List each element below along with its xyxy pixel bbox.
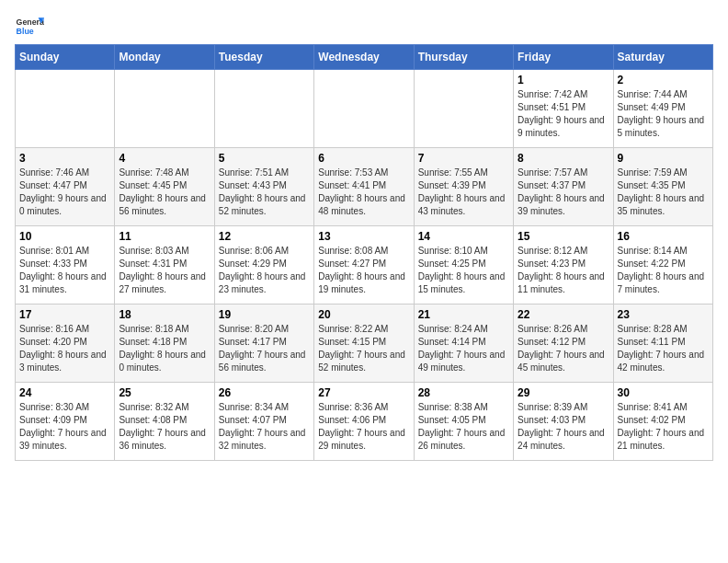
day-number: 27 bbox=[318, 386, 409, 399]
day-number: 28 bbox=[418, 386, 509, 399]
calendar-cell: 22Sunrise: 8:26 AM Sunset: 4:12 PM Dayli… bbox=[514, 304, 613, 383]
svg-text:Blue: Blue bbox=[17, 27, 34, 36]
calendar-week-4: 17Sunrise: 8:16 AM Sunset: 4:20 PM Dayli… bbox=[16, 304, 713, 383]
day-number: 17 bbox=[19, 308, 110, 321]
calendar-cell: 29Sunrise: 8:39 AM Sunset: 4:03 PM Dayli… bbox=[514, 383, 613, 461]
weekday-header-monday: Monday bbox=[115, 45, 214, 70]
day-info: Sunrise: 8:01 AM Sunset: 4:33 PM Dayligh… bbox=[19, 245, 110, 296]
calendar-cell bbox=[214, 70, 313, 148]
day-info: Sunrise: 8:12 AM Sunset: 4:23 PM Dayligh… bbox=[518, 245, 609, 296]
day-info: Sunrise: 7:51 AM Sunset: 4:43 PM Dayligh… bbox=[219, 167, 310, 218]
day-number: 14 bbox=[418, 230, 509, 243]
day-info: Sunrise: 8:30 AM Sunset: 4:09 PM Dayligh… bbox=[19, 401, 110, 453]
weekday-header-sunday: Sunday bbox=[16, 45, 115, 70]
day-info: Sunrise: 8:36 AM Sunset: 4:06 PM Dayligh… bbox=[318, 401, 409, 453]
day-info: Sunrise: 8:06 AM Sunset: 4:29 PM Dayligh… bbox=[219, 245, 310, 296]
day-info: Sunrise: 8:20 AM Sunset: 4:17 PM Dayligh… bbox=[219, 323, 310, 374]
calendar-cell: 28Sunrise: 8:38 AM Sunset: 4:05 PM Dayli… bbox=[414, 383, 513, 461]
calendar-cell: 13Sunrise: 8:08 AM Sunset: 4:27 PM Dayli… bbox=[314, 226, 414, 304]
calendar-cell: 12Sunrise: 8:06 AM Sunset: 4:29 PM Dayli… bbox=[214, 226, 313, 304]
weekday-header-wednesday: Wednesday bbox=[314, 45, 414, 70]
logo: General Blue bbox=[15, 15, 48, 37]
day-number: 25 bbox=[119, 386, 210, 399]
day-number: 11 bbox=[119, 230, 210, 243]
day-info: Sunrise: 8:16 AM Sunset: 4:20 PM Dayligh… bbox=[19, 323, 110, 374]
calendar-cell: 25Sunrise: 8:32 AM Sunset: 4:08 PM Dayli… bbox=[115, 383, 214, 461]
day-number: 7 bbox=[418, 152, 509, 165]
calendar-cell: 10Sunrise: 8:01 AM Sunset: 4:33 PM Dayli… bbox=[16, 226, 115, 304]
day-info: Sunrise: 7:59 AM Sunset: 4:35 PM Dayligh… bbox=[618, 167, 709, 218]
weekday-header-tuesday: Tuesday bbox=[214, 45, 313, 70]
day-info: Sunrise: 8:28 AM Sunset: 4:11 PM Dayligh… bbox=[618, 323, 709, 374]
calendar-cell bbox=[314, 70, 414, 148]
day-info: Sunrise: 7:42 AM Sunset: 4:51 PM Dayligh… bbox=[518, 88, 609, 140]
day-number: 13 bbox=[318, 230, 409, 243]
day-info: Sunrise: 8:08 AM Sunset: 4:27 PM Dayligh… bbox=[318, 245, 409, 296]
calendar-cell: 26Sunrise: 8:34 AM Sunset: 4:07 PM Dayli… bbox=[214, 383, 313, 461]
day-info: Sunrise: 8:39 AM Sunset: 4:03 PM Dayligh… bbox=[518, 401, 609, 453]
day-number: 19 bbox=[219, 308, 310, 321]
day-number: 18 bbox=[119, 308, 210, 321]
day-info: Sunrise: 8:24 AM Sunset: 4:14 PM Dayligh… bbox=[418, 323, 509, 374]
calendar-cell: 19Sunrise: 8:20 AM Sunset: 4:17 PM Dayli… bbox=[214, 304, 313, 383]
day-number: 1 bbox=[518, 74, 609, 86]
calendar-cell: 16Sunrise: 8:14 AM Sunset: 4:22 PM Dayli… bbox=[613, 226, 712, 304]
calendar-cell: 15Sunrise: 8:12 AM Sunset: 4:23 PM Dayli… bbox=[514, 226, 613, 304]
day-info: Sunrise: 8:18 AM Sunset: 4:18 PM Dayligh… bbox=[119, 323, 210, 374]
calendar-week-3: 10Sunrise: 8:01 AM Sunset: 4:33 PM Dayli… bbox=[16, 226, 713, 304]
day-info: Sunrise: 7:53 AM Sunset: 4:41 PM Dayligh… bbox=[318, 167, 409, 218]
day-info: Sunrise: 7:44 AM Sunset: 4:49 PM Dayligh… bbox=[618, 88, 709, 140]
calendar-cell: 27Sunrise: 8:36 AM Sunset: 4:06 PM Dayli… bbox=[314, 383, 414, 461]
day-number: 21 bbox=[418, 308, 509, 321]
calendar-cell bbox=[115, 70, 214, 148]
calendar-cell bbox=[414, 70, 513, 148]
calendar-cell: 2Sunrise: 7:44 AM Sunset: 4:49 PM Daylig… bbox=[613, 70, 712, 148]
calendar-cell: 30Sunrise: 8:41 AM Sunset: 4:02 PM Dayli… bbox=[613, 383, 712, 461]
calendar-cell: 14Sunrise: 8:10 AM Sunset: 4:25 PM Dayli… bbox=[414, 226, 513, 304]
calendar-cell: 5Sunrise: 7:51 AM Sunset: 4:43 PM Daylig… bbox=[214, 148, 313, 226]
calendar-week-2: 3Sunrise: 7:46 AM Sunset: 4:47 PM Daylig… bbox=[16, 148, 713, 226]
day-number: 6 bbox=[318, 152, 409, 165]
day-number: 10 bbox=[19, 230, 110, 243]
day-info: Sunrise: 7:55 AM Sunset: 4:39 PM Dayligh… bbox=[418, 167, 509, 218]
day-info: Sunrise: 8:03 AM Sunset: 4:31 PM Dayligh… bbox=[119, 245, 210, 296]
calendar-cell: 4Sunrise: 7:48 AM Sunset: 4:45 PM Daylig… bbox=[115, 148, 214, 226]
calendar-cell: 23Sunrise: 8:28 AM Sunset: 4:11 PM Dayli… bbox=[613, 304, 712, 383]
day-number: 20 bbox=[318, 308, 409, 321]
day-number: 30 bbox=[618, 386, 709, 399]
day-info: Sunrise: 8:38 AM Sunset: 4:05 PM Dayligh… bbox=[418, 401, 509, 453]
day-info: Sunrise: 7:48 AM Sunset: 4:45 PM Dayligh… bbox=[119, 167, 210, 218]
calendar-week-1: 1Sunrise: 7:42 AM Sunset: 4:51 PM Daylig… bbox=[16, 70, 713, 148]
day-info: Sunrise: 8:14 AM Sunset: 4:22 PM Dayligh… bbox=[618, 245, 709, 296]
day-info: Sunrise: 8:26 AM Sunset: 4:12 PM Dayligh… bbox=[518, 323, 609, 374]
calendar-cell: 3Sunrise: 7:46 AM Sunset: 4:47 PM Daylig… bbox=[16, 148, 115, 226]
weekday-header-row: SundayMondayTuesdayWednesdayThursdayFrid… bbox=[16, 45, 713, 70]
calendar-cell: 6Sunrise: 7:53 AM Sunset: 4:41 PM Daylig… bbox=[314, 148, 414, 226]
calendar-cell: 11Sunrise: 8:03 AM Sunset: 4:31 PM Dayli… bbox=[115, 226, 214, 304]
calendar-cell: 7Sunrise: 7:55 AM Sunset: 4:39 PM Daylig… bbox=[414, 148, 513, 226]
day-info: Sunrise: 8:22 AM Sunset: 4:15 PM Dayligh… bbox=[318, 323, 409, 374]
day-info: Sunrise: 8:34 AM Sunset: 4:07 PM Dayligh… bbox=[219, 401, 310, 453]
calendar-cell: 24Sunrise: 8:30 AM Sunset: 4:09 PM Dayli… bbox=[16, 383, 115, 461]
weekday-header-friday: Friday bbox=[514, 45, 613, 70]
day-number: 5 bbox=[219, 152, 310, 165]
day-number: 15 bbox=[518, 230, 609, 243]
calendar-cell: 20Sunrise: 8:22 AM Sunset: 4:15 PM Dayli… bbox=[314, 304, 414, 383]
day-number: 23 bbox=[618, 308, 709, 321]
logo-icon: General Blue bbox=[15, 15, 44, 37]
day-number: 26 bbox=[219, 386, 310, 399]
day-info: Sunrise: 8:10 AM Sunset: 4:25 PM Dayligh… bbox=[418, 245, 509, 296]
calendar-table: SundayMondayTuesdayWednesdayThursdayFrid… bbox=[15, 44, 713, 461]
day-info: Sunrise: 8:41 AM Sunset: 4:02 PM Dayligh… bbox=[618, 401, 709, 453]
day-info: Sunrise: 7:46 AM Sunset: 4:47 PM Dayligh… bbox=[19, 167, 110, 218]
day-number: 2 bbox=[618, 74, 709, 86]
weekday-header-saturday: Saturday bbox=[613, 45, 712, 70]
day-info: Sunrise: 7:57 AM Sunset: 4:37 PM Dayligh… bbox=[518, 167, 609, 218]
calendar-cell: 17Sunrise: 8:16 AM Sunset: 4:20 PM Dayli… bbox=[16, 304, 115, 383]
calendar-cell: 9Sunrise: 7:59 AM Sunset: 4:35 PM Daylig… bbox=[613, 148, 712, 226]
calendar-cell: 1Sunrise: 7:42 AM Sunset: 4:51 PM Daylig… bbox=[514, 70, 613, 148]
calendar-week-5: 24Sunrise: 8:30 AM Sunset: 4:09 PM Dayli… bbox=[16, 383, 713, 461]
day-number: 4 bbox=[119, 152, 210, 165]
day-number: 12 bbox=[219, 230, 310, 243]
day-number: 8 bbox=[518, 152, 609, 165]
